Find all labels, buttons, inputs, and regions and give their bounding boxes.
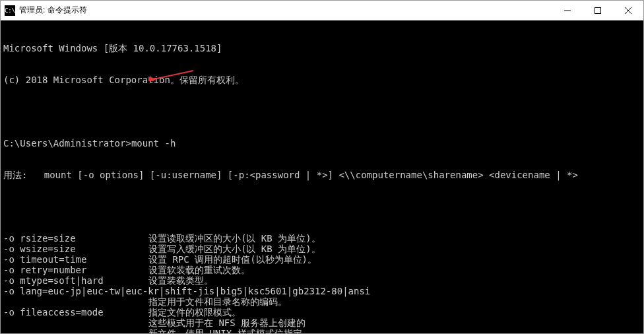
option-flag: -o lang=euc-jp|euc-tw|euc-kr|shift-jis|b… (3, 286, 148, 296)
prompt-line-1: C:\Users\Administrator>mount -h (3, 138, 641, 149)
window-title: 管理员: 命令提示符 (19, 5, 552, 16)
option-row: -o mtype=soft|hard设置装载类型。 (3, 275, 641, 286)
option-description: 指定文件的权限模式。 (148, 307, 241, 317)
option-flag (3, 328, 148, 333)
option-flag: -o retry=number (3, 265, 148, 275)
option-row: 这些模式用于在 NFS 服务器上创建的 (3, 317, 641, 328)
options-list: -o rsize=size设置读取缓冲区的大小(以 KB 为单位)。-o wsi… (3, 233, 641, 333)
option-row: -o retry=number设置软装载的重试次数。 (3, 265, 641, 275)
maximize-button[interactable] (583, 1, 613, 20)
svg-rect-1 (595, 7, 601, 13)
copyright-line: (c) 2018 Microsoft Corporation。保留所有权利。 (3, 75, 641, 85)
option-flag (3, 296, 148, 307)
option-description: 设置装载类型。 (148, 275, 213, 286)
window-controls (552, 1, 643, 20)
close-button[interactable] (613, 1, 643, 20)
usage-text: mount [-o options] [-u:username] [-p:<pa… (27, 170, 577, 180)
option-flag: -o timeout=time (3, 254, 148, 265)
option-description: 这些模式用于在 NFS 服务器上创建的 (148, 317, 306, 328)
prompt-command: mount -h (131, 138, 176, 149)
minimize-button[interactable] (552, 1, 583, 20)
cmd-window: C:\ 管理员: 命令提示符 Microsoft Windows [版本 10.… (0, 0, 644, 334)
option-row: -o fileaccess=mode指定文件的权限模式。 (3, 307, 641, 317)
terminal-output[interactable]: Microsoft Windows [版本 10.0.17763.1518] (… (1, 20, 643, 333)
titlebar[interactable]: C:\ 管理员: 命令提示符 (1, 1, 643, 20)
option-flag: -o fileaccess=mode (3, 307, 148, 317)
option-row: -o wsize=size设置写入缓冲区的大小(以 KB 为单位)。 (3, 244, 641, 254)
usage-line: 用法: mount [-o options] [-u:username] [-p… (3, 170, 641, 180)
option-description: 设置写入缓冲区的大小(以 KB 为单位)。 (148, 244, 321, 254)
option-description: 新文件。使用 UNIX 样式模式位指定。 (148, 328, 311, 333)
option-description: 设置读取缓冲区的大小(以 KB 为单位)。 (148, 233, 321, 244)
blank-line (3, 106, 641, 117)
option-flag (3, 317, 148, 328)
prompt-path: C:\Users\Administrator> (3, 138, 131, 149)
version-line: Microsoft Windows [版本 10.0.17763.1518] (3, 43, 641, 53)
usage-label: 用法: (3, 170, 27, 180)
option-flag: -o mtype=soft|hard (3, 275, 148, 286)
cmd-icon: C:\ (5, 5, 15, 16)
option-description: 设置 RPC 调用的超时值(以秒为单位)。 (148, 254, 317, 265)
option-row: -o lang=euc-jp|euc-tw|euc-kr|shift-jis|b… (3, 286, 641, 296)
option-flag: -o wsize=size (3, 244, 148, 254)
option-row: 新文件。使用 UNIX 样式模式位指定。 (3, 328, 641, 333)
option-row: -o rsize=size设置读取缓冲区的大小(以 KB 为单位)。 (3, 233, 641, 244)
option-description: 指定用于文件和目录名称的编码。 (148, 296, 287, 307)
option-row: 指定用于文件和目录名称的编码。 (3, 296, 641, 307)
option-row: -o timeout=time设置 RPC 调用的超时值(以秒为单位)。 (3, 254, 641, 265)
option-flag: -o rsize=size (3, 233, 148, 244)
option-description: 设置软装载的重试次数。 (148, 265, 250, 275)
blank-line (3, 201, 641, 212)
